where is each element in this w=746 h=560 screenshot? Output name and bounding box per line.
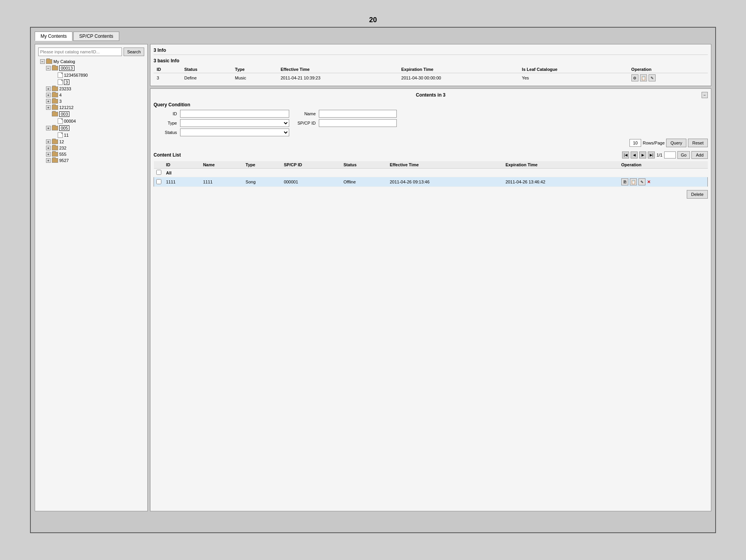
tree-item-label: 00004 [64, 119, 76, 123]
next-page-button[interactable]: ▶ [639, 151, 646, 158]
tree-root[interactable]: − My Catalog [38, 58, 144, 65]
op-delete-icon[interactable]: ✕ [647, 180, 651, 185]
go-button[interactable]: Go [677, 151, 690, 159]
search-button[interactable]: Search [124, 48, 144, 56]
expand-icon: + [46, 105, 51, 110]
tab-sp-cp-contents[interactable]: SP/CP Contents [73, 32, 119, 41]
tree-item-00013[interactable]: − 00013 [38, 65, 144, 72]
expand-icon: + [46, 152, 51, 157]
col-sp-cp-id: SP/CP ID [281, 161, 341, 169]
col-checkbox [154, 161, 164, 169]
sp-cp-id-input[interactable] [319, 119, 397, 127]
op-edit-icon[interactable]: ✎ [649, 74, 656, 81]
folder-icon [52, 93, 58, 97]
folder-icon [52, 86, 58, 91]
tree-item-label: 4 [59, 93, 62, 97]
page-input[interactable] [664, 151, 676, 158]
tree-item-555[interactable]: + 555 [38, 151, 144, 157]
last-page-button[interactable]: ▶| [648, 151, 655, 158]
tree-item-23233[interactable]: + 23233 [38, 86, 144, 92]
col-status: Status [181, 66, 232, 73]
tab-my-contents[interactable]: My Contents [35, 32, 72, 41]
contents-header: Contents in 3 − [154, 92, 708, 98]
tree-item-00004[interactable]: 00004 [38, 118, 144, 125]
content-table: ID Name Type SP/CP ID Status Effective T… [154, 161, 708, 187]
tree-item-label: 00013 [59, 65, 74, 71]
tree-item-label: 121212 [59, 105, 74, 110]
folder-icon [52, 146, 58, 150]
reset-button[interactable]: Reset [688, 139, 708, 147]
op-settings-icon[interactable]: ⚙ [631, 74, 638, 81]
row-type: Music [232, 73, 278, 83]
col-operation: Operation [619, 161, 708, 169]
info-row: 3 Define Music 2011-04-21 10:39:23 2011-… [154, 73, 708, 83]
row-checkbox[interactable] [156, 179, 161, 184]
tree-item-005[interactable]: + 005 [38, 125, 144, 132]
contents-panel-title: Contents in 3 [160, 92, 702, 98]
search-row: Search [38, 48, 144, 56]
expand-icon: − [46, 66, 51, 70]
op-edit-icon[interactable]: ✎ [638, 178, 645, 185]
op-copy-icon[interactable]: 📋 [640, 74, 647, 81]
minimize-button[interactable]: − [702, 92, 708, 98]
tree-item-121212[interactable]: + 121212 [38, 104, 144, 111]
delete-row: Delete [154, 190, 708, 199]
col-is-leaf: Is Leaf Catalogue [519, 66, 628, 73]
catalog-tree: − My Catalog − 00013 1234567890 [38, 58, 144, 508]
row-id: 3 [154, 73, 181, 83]
type-select[interactable]: Song Music Video [180, 119, 289, 127]
first-page-button[interactable]: |◀ [622, 151, 629, 158]
folder-icon [52, 112, 58, 116]
search-input[interactable] [38, 48, 122, 56]
row-effective-time: 2011-04-21 10:39:23 [278, 73, 398, 83]
tree-item-9527[interactable]: + 9527 [38, 157, 144, 164]
folder-icon [52, 126, 58, 130]
tree-item-4[interactable]: + 4 [38, 92, 144, 98]
status-select[interactable]: Offline Online Define [180, 129, 289, 136]
col-id: ID [164, 161, 201, 169]
name-input[interactable] [319, 110, 397, 118]
content-list-header: Content List |◀ ◀ ▶ ▶| 1/1 Go Add [154, 151, 708, 159]
info-panel-title: 3 Info [154, 48, 708, 55]
tree-item-003[interactable]: 003 [38, 111, 144, 118]
tree-item-label: 9527 [59, 158, 69, 163]
tree-item-label: 232 [59, 146, 66, 150]
query-section: Query Condition ID Name Type Song Music [154, 102, 708, 147]
right-panel: 3 Info 3 basic Info ID Status Type Effec… [150, 44, 711, 511]
info-table: ID Status Type Effective Time Expiration… [154, 66, 708, 83]
tree-item-232[interactable]: + 232 [38, 145, 144, 151]
tree-item-label: 11 [64, 133, 69, 137]
tree-item-12[interactable]: + 12 [38, 139, 144, 145]
rows-per-page-input[interactable] [629, 139, 641, 147]
expand-icon: + [46, 99, 51, 104]
rows-per-page-label: Rows/Page [643, 141, 665, 145]
row-operations: ⚙ 📋 ✎ [628, 73, 708, 83]
tree-item-label: 12 [59, 139, 64, 144]
row-op-icons: 🖹 📋 ✎ ✕ [621, 178, 705, 185]
tree-item-1234567890[interactable]: 1234567890 [38, 72, 144, 79]
col-expiration-time: Expiration Time [503, 161, 619, 169]
name-label: Name [292, 111, 316, 116]
annotation-20: 20 [369, 16, 377, 24]
tree-item-3-folder[interactable]: + 3 [38, 98, 144, 104]
prev-page-button[interactable]: ◀ [631, 151, 638, 158]
query-button[interactable]: Query [666, 139, 686, 147]
op-view-icon[interactable]: 🖹 [621, 178, 628, 185]
tree-item-3[interactable]: 3 [38, 79, 144, 86]
tree-item-label: 555 [59, 152, 66, 157]
row-id: 1111 [164, 177, 201, 187]
all-checkbox[interactable] [156, 170, 161, 175]
expand-icon: + [46, 86, 51, 91]
all-row: All [154, 169, 708, 177]
tree-item-11[interactable]: 11 [38, 132, 144, 139]
folder-icon [46, 59, 52, 64]
delete-button[interactable]: Delete [687, 190, 708, 199]
query-condition-title: Query Condition [154, 102, 708, 107]
col-name: Name [201, 161, 243, 169]
tree-item-label: 3 [64, 79, 69, 85]
op-copy-icon[interactable]: 📋 [630, 178, 637, 185]
expand-icon: + [46, 93, 51, 97]
add-button[interactable]: Add [691, 151, 708, 159]
col-type: Type [232, 66, 278, 73]
id-input[interactable] [180, 110, 289, 118]
